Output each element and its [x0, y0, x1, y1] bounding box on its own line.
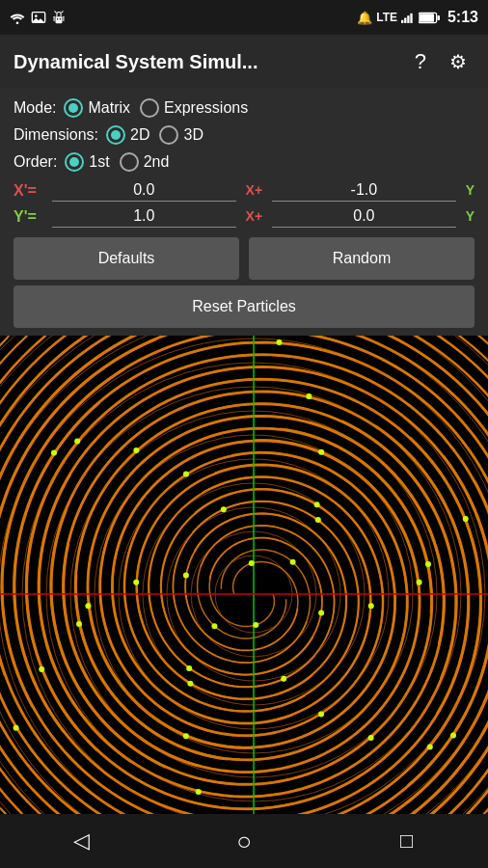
alarm-icon: 🔔: [357, 11, 372, 25]
svg-rect-9: [401, 19, 403, 22]
svg-line-7: [55, 12, 56, 13]
y-col2-var: Y: [466, 208, 474, 228]
mode-matrix-radio[interactable]: [64, 98, 83, 118]
y-equation-row: Y'= X+ Y: [14, 205, 474, 228]
order-label: Order:: [14, 153, 57, 171]
svg-rect-4: [60, 18, 61, 20]
time-display: 5:13: [447, 9, 478, 26]
nav-bar: ◁ ○ □: [0, 814, 488, 868]
y-eq-label: Y'=: [14, 208, 48, 226]
recent-button[interactable]: □: [380, 822, 434, 860]
x-col1-var: X+: [246, 182, 263, 202]
lte-label: LTE: [376, 11, 397, 24]
help-button[interactable]: ?: [407, 45, 434, 78]
svg-rect-10: [404, 17, 406, 22]
y-input-group: X+ Y: [52, 205, 474, 228]
svg-line-8: [62, 12, 63, 13]
random-button[interactable]: Random: [249, 237, 474, 280]
x-equation-row: X'= X+ Y: [14, 179, 474, 202]
x-col1-wrap: [52, 179, 236, 202]
dim-3d-label: 3D: [183, 126, 203, 144]
dimensions-radio-group: 2D 3D: [106, 125, 203, 145]
svg-rect-12: [410, 13, 412, 22]
dim-3d-radio[interactable]: [159, 125, 178, 145]
status-bar: 🔔 LTE 5:13: [0, 0, 488, 35]
order-row: Order: 1st 2nd: [14, 152, 474, 172]
order-2nd-radio[interactable]: [120, 152, 139, 172]
x-eq-label: X'=: [14, 182, 48, 200]
dim-3d-option[interactable]: 3D: [159, 125, 203, 145]
y-col1-var: X+: [246, 208, 263, 228]
back-button[interactable]: ◁: [54, 822, 108, 860]
svg-rect-14: [420, 14, 434, 21]
svg-point-2: [35, 14, 38, 17]
x-col1-input[interactable]: [52, 179, 236, 202]
reset-particles-button[interactable]: Reset Particles: [14, 285, 474, 328]
simulation-canvas[interactable]: [0, 336, 488, 814]
mode-label: Mode:: [14, 99, 56, 117]
mode-expressions-radio[interactable]: [140, 98, 159, 118]
x-col2-wrap: [272, 179, 456, 202]
dim-2d-label: 2D: [130, 126, 149, 144]
y-col1-wrap: [52, 205, 236, 228]
signal-icon: [401, 12, 415, 24]
x-col2-input[interactable]: [272, 179, 456, 202]
android-icon: [52, 10, 66, 25]
mode-expressions-label: Expressions: [164, 99, 248, 117]
svg-rect-11: [407, 15, 409, 23]
settings-button[interactable]: ⚙: [442, 46, 474, 77]
y-col1-input[interactable]: [52, 205, 236, 228]
y-col2-input[interactable]: [272, 205, 456, 228]
order-2nd-option[interactable]: 2nd: [120, 152, 170, 172]
home-icon: ○: [236, 827, 252, 856]
recent-icon: □: [400, 828, 413, 854]
main-button-row: Defaults Random: [14, 237, 474, 280]
dim-2d-radio[interactable]: [106, 125, 125, 145]
home-button[interactable]: ○: [217, 822, 271, 860]
order-1st-radio[interactable]: [65, 152, 84, 172]
order-1st-label: 1st: [89, 153, 109, 171]
title-bar: Dynamical System Simul... ? ⚙: [0, 35, 488, 89]
back-icon: ◁: [73, 828, 90, 854]
app-title: Dynamical System Simul...: [14, 51, 399, 73]
wifi-icon: [10, 12, 25, 24]
x-col2-var: Y: [466, 182, 474, 202]
dim-2d-option[interactable]: 2D: [106, 125, 149, 145]
battery-icon: [419, 12, 440, 24]
y-col2-wrap: [272, 205, 456, 228]
dimensions-row: Dimensions: 2D 3D: [14, 125, 474, 145]
order-radio-group: 1st 2nd: [65, 152, 169, 172]
mode-matrix-label: Matrix: [88, 99, 130, 117]
order-1st-option[interactable]: 1st: [65, 152, 109, 172]
defaults-button[interactable]: Defaults: [14, 237, 239, 280]
svg-point-0: [16, 21, 19, 24]
svg-rect-3: [57, 18, 58, 20]
image-icon: [31, 11, 46, 24]
dimensions-label: Dimensions:: [14, 126, 98, 144]
mode-matrix-option[interactable]: Matrix: [64, 98, 130, 118]
order-2nd-label: 2nd: [144, 153, 170, 171]
controls-panel: Mode: Matrix Expressions Dimensions: 2D …: [0, 89, 488, 336]
mode-row: Mode: Matrix Expressions: [14, 98, 474, 118]
mode-radio-group: Matrix Expressions: [64, 98, 248, 118]
simulation-area[interactable]: [0, 336, 488, 814]
svg-rect-15: [437, 14, 440, 19]
status-left-icons: [10, 10, 66, 25]
x-input-group: X+ Y: [52, 179, 474, 202]
mode-expressions-option[interactable]: Expressions: [140, 98, 248, 118]
status-right-icons: 🔔 LTE 5:13: [357, 9, 478, 26]
